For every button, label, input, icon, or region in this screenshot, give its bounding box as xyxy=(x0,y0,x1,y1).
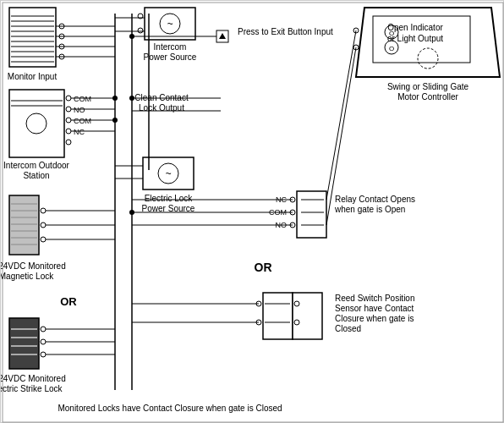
svg-point-47 xyxy=(41,208,46,213)
svg-text:Station: Station xyxy=(23,171,49,180)
svg-point-57 xyxy=(41,339,46,344)
svg-text:Power Source: Power Source xyxy=(144,52,197,62)
svg-text:Sensor have Contact: Sensor have Contact xyxy=(335,304,414,313)
svg-text:~: ~ xyxy=(165,168,171,179)
svg-point-48 xyxy=(41,222,46,228)
open-indicator-label: Open Indicator xyxy=(387,23,443,32)
swing-gate-label: Swing or Sliding Gate xyxy=(387,82,469,91)
svg-point-20 xyxy=(66,96,71,101)
or-label-bottom: OR xyxy=(255,261,272,274)
monitor-input-label: Monitor Input xyxy=(8,72,58,81)
press-to-exit-label: Press to Exit Button Input xyxy=(238,27,333,36)
wiring-diagram: Monitor Input COM NO COM NC Intercom Out… xyxy=(0,0,504,423)
svg-point-22 xyxy=(66,118,71,123)
intercom-outdoor-label: Intercom Outdoor xyxy=(3,161,69,170)
reed-switch-label: Reed Switch Position xyxy=(335,294,415,303)
svg-rect-78 xyxy=(263,293,293,339)
svg-point-17 xyxy=(26,113,47,134)
or-label-top: OR xyxy=(60,295,77,308)
intercom-power-label: Intercom xyxy=(154,42,187,52)
svg-point-84 xyxy=(294,301,299,306)
svg-point-123 xyxy=(129,96,134,101)
bottom-note: Monitored Locks have Contact Closure whe… xyxy=(58,404,282,413)
svg-text:Motor Controller: Motor Controller xyxy=(397,92,458,102)
svg-text:or Light Output: or Light Output xyxy=(387,34,443,43)
svg-text:Power Source: Power Source xyxy=(142,204,195,213)
com-label: COM xyxy=(74,95,91,103)
svg-point-122 xyxy=(129,34,134,39)
svg-text:O: O xyxy=(389,45,394,52)
svg-point-124 xyxy=(129,210,134,215)
svg-point-23 xyxy=(66,129,71,134)
svg-text:Closed: Closed xyxy=(335,324,361,333)
nc-label: NC xyxy=(74,128,85,136)
svg-point-31 xyxy=(138,28,143,33)
svg-rect-70 xyxy=(297,191,326,238)
svg-point-49 xyxy=(41,237,46,242)
svg-text:Closure when gate is: Closure when gate is xyxy=(335,314,414,323)
svg-point-58 xyxy=(41,352,46,357)
svg-point-24 xyxy=(66,140,71,145)
magnetic-lock-label: 12/24VDC Monitored xyxy=(1,261,66,271)
svg-point-121 xyxy=(112,118,118,123)
relay-contact-label: Relay Contact Opens xyxy=(335,195,415,204)
electric-lock-power-label: Electric Lock xyxy=(145,194,194,203)
svg-rect-51 xyxy=(9,318,39,369)
svg-point-85 xyxy=(294,320,299,325)
com2-label: COM xyxy=(74,117,91,125)
svg-point-56 xyxy=(41,327,46,332)
svg-text:when gate is Open: when gate is Open xyxy=(334,205,405,214)
no-label: NO xyxy=(74,106,85,114)
svg-text:~: ~ xyxy=(167,18,173,30)
svg-point-21 xyxy=(66,107,71,112)
electric-strike-label: 12/24VDC Monitored xyxy=(1,374,66,383)
svg-text:Magnetic Lock: Magnetic Lock xyxy=(1,272,54,281)
svg-point-120 xyxy=(112,96,118,101)
svg-text:Electric Strike Lock: Electric Strike Lock xyxy=(1,384,63,393)
svg-rect-83 xyxy=(293,293,322,339)
